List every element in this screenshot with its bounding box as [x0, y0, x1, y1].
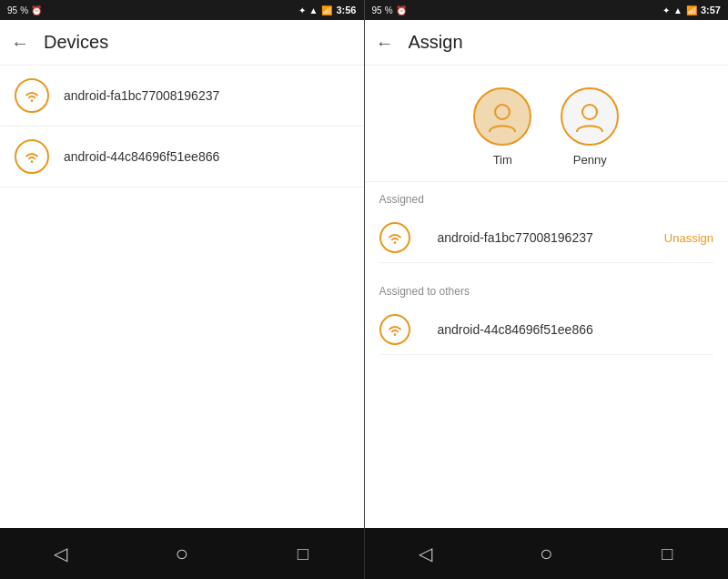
device-name-2: android-44c84696f51ee866 [64, 149, 219, 164]
svg-point-1 [31, 160, 34, 163]
left-battery-pct: 95 [7, 5, 17, 15]
svg-point-0 [31, 99, 34, 102]
right-battery-pct: 95 [372, 5, 382, 15]
user-tim-avatar [473, 87, 531, 146]
assigned-others-device-name-1: android-44c84696f51ee866 [438, 322, 714, 337]
right-alarm-icon: ⏰ [396, 5, 407, 15]
left-status-bar: 95 % ⏰ ✦ ▲ 📶 3:56 [0, 0, 364, 20]
left-battery-pct-sign: % [20, 5, 28, 15]
right-wifi-icon: ▲ [673, 5, 682, 15]
assigned-others-icon-1 [379, 314, 410, 345]
left-recent-nav-button[interactable]: □ [285, 535, 321, 572]
user-penny-name: Penny [573, 153, 607, 167]
user-tim-name: Tim [493, 153, 512, 167]
devices-back-button[interactable]: ← [11, 34, 29, 52]
right-back-nav-button[interactable]: ◁ [407, 535, 443, 572]
device-item-2[interactable]: android-44c84696f51ee866 [0, 127, 364, 188]
right-time: 3:57 [701, 5, 721, 15]
assigned-device-1[interactable]: android-fa1bc77008196237 Unassign [379, 213, 714, 263]
left-back-nav-button[interactable]: ◁ [43, 535, 79, 572]
right-home-nav-button[interactable]: ○ [528, 535, 564, 572]
right-status-bar: 95 % ⏰ ✦ ▲ 📶 3:57 [365, 0, 729, 20]
assigned-others-section: Assigned to others android-44c84696f51ee… [365, 274, 729, 355]
right-battery-pct-sign: % [385, 5, 393, 15]
left-home-nav-button[interactable]: ○ [164, 535, 200, 572]
device-name-1: android-fa1bc77008196237 [64, 88, 219, 103]
left-time: 3:56 [336, 5, 356, 15]
left-wifi-icon: ▲ [309, 5, 318, 15]
svg-point-3 [582, 105, 597, 119]
assigned-section: Assigned android-fa1bc77008196237 Unassi… [365, 182, 729, 263]
assign-top-bar: ← Assign [365, 20, 729, 66]
assigned-others-label: Assigned to others [379, 285, 714, 298]
device-icon-1 [15, 78, 49, 113]
left-bluetooth-icon: ✦ [298, 5, 306, 15]
assigned-device-name-1: android-fa1bc77008196237 [438, 230, 657, 245]
device-list: android-fa1bc77008196237 android-44c8469… [0, 66, 364, 528]
right-bottom-nav: ◁ ○ □ [364, 528, 729, 579]
user-tim[interactable]: Tim [473, 87, 531, 167]
devices-title: Devices [44, 32, 108, 53]
unassign-button-1[interactable]: Unassign [664, 231, 713, 245]
devices-panel: 95 % ⏰ ✦ ▲ 📶 3:56 ← Devices [0, 0, 364, 528]
user-section: Tim Penny [365, 66, 729, 182]
left-alarm-icon: ⏰ [31, 5, 42, 15]
svg-point-5 [393, 333, 396, 336]
svg-point-4 [393, 241, 396, 244]
right-recent-nav-button[interactable]: □ [649, 535, 685, 572]
bottom-navigation: ◁ ○ □ ◁ ○ □ [0, 528, 728, 579]
left-signal-icon: 📶 [321, 5, 332, 15]
assign-title: Assign [409, 32, 463, 53]
device-item-1[interactable]: android-fa1bc77008196237 [0, 66, 364, 127]
assign-panel: 95 % ⏰ ✦ ▲ 📶 3:57 ← Assign [364, 0, 729, 528]
assigned-others-device-1: android-44c84696f51ee866 [379, 305, 714, 355]
user-penny-avatar [561, 87, 619, 146]
right-bluetooth-icon: ✦ [662, 5, 670, 15]
right-signal-icon: 📶 [686, 5, 697, 15]
user-penny[interactable]: Penny [561, 87, 619, 167]
left-bottom-nav: ◁ ○ □ [0, 528, 364, 579]
assigned-label: Assigned [379, 193, 714, 206]
assign-back-button[interactable]: ← [376, 34, 394, 52]
device-icon-2 [15, 139, 49, 174]
devices-top-bar: ← Devices [0, 20, 364, 66]
svg-point-2 [495, 105, 510, 119]
assigned-device-icon-1 [379, 222, 410, 253]
